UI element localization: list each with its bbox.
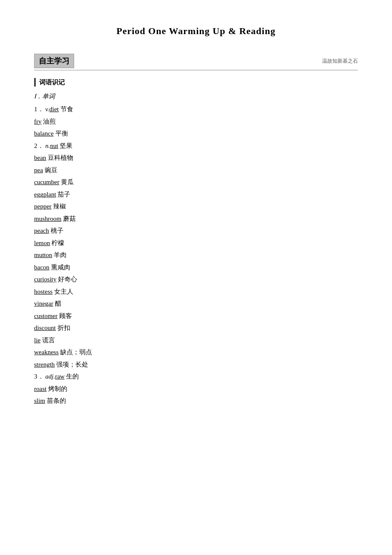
en-word: raw	[55, 373, 65, 380]
cn-meaning: 熏咸肉	[49, 264, 70, 271]
numbering: 3．	[34, 373, 44, 380]
en-word: roast	[34, 385, 46, 392]
list-item: mutton 羊肉	[34, 249, 358, 261]
list-item: discount 折扣	[34, 322, 358, 334]
cn-meaning: 生的	[65, 373, 79, 380]
cn-meaning: 顾客	[58, 312, 72, 319]
subsection-header: 词语识记	[34, 78, 358, 87]
list-item: weakness 缺点；弱点	[34, 346, 358, 358]
en-word: diet	[49, 106, 59, 113]
subsection-bar-icon	[34, 78, 36, 87]
section-title-box: 自主学习	[34, 54, 74, 68]
cn-meaning: 强项；长处	[55, 361, 88, 368]
list-item: fry 油煎	[34, 116, 358, 128]
en-word: balance	[34, 130, 54, 137]
en-word: slim	[34, 397, 45, 404]
list-item: 3． adj.raw 生的	[34, 370, 358, 383]
en-word: bacon	[34, 264, 49, 271]
en-word: eggplant	[34, 191, 56, 198]
pos: n.	[44, 142, 50, 149]
cn-meaning: 谎言	[40, 337, 55, 344]
vocab-group: Ⅰ．单词 1． v.diet 节食fry 油煎balance 平衡2． n.nu…	[34, 92, 358, 407]
en-word: mushroom	[34, 215, 61, 222]
list-item: 1． v.diet 节食	[34, 103, 358, 116]
list-item: balance 平衡	[34, 127, 358, 140]
page-title: Period One Warming Up & Reading	[34, 26, 358, 37]
en-word: weakness	[34, 349, 58, 356]
cn-meaning: 蘑菇	[61, 215, 76, 222]
cn-meaning: 羊肉	[52, 251, 67, 258]
cn-meaning: 黄瓜	[59, 179, 74, 185]
en-word: lie	[34, 337, 40, 344]
cn-meaning: 桃子	[49, 227, 63, 234]
vocab-list: 1． v.diet 节食fry 油煎balance 平衡2． n.nut 坚果b…	[34, 103, 358, 407]
en-word: lemon	[34, 240, 50, 246]
list-item: slim 苗条的	[34, 395, 358, 407]
list-item: peach 桃子	[34, 225, 358, 237]
list-item: vinegar 醋	[34, 298, 358, 310]
en-word: mutton	[34, 251, 52, 258]
list-item: mushroom 蘑菇	[34, 213, 358, 225]
list-item: pepper 辣椒	[34, 200, 358, 213]
en-word: customer	[34, 312, 58, 319]
en-word: vinegar	[34, 300, 53, 307]
cn-meaning: 辣椒	[52, 203, 66, 210]
list-item: hostess 女主人	[34, 286, 358, 298]
list-item: bean 豆科植物	[34, 152, 358, 164]
cn-meaning: 醋	[53, 300, 61, 307]
cn-meaning: 节食	[59, 106, 73, 113]
cn-meaning: 平衡	[54, 130, 68, 137]
section-title-label: 自主学习	[34, 54, 74, 68]
pos: adj.	[44, 373, 55, 380]
section-subtitle: 温故知新基之石	[322, 58, 358, 65]
cn-meaning: 坚果	[58, 142, 73, 149]
en-word: hostess	[34, 288, 52, 295]
en-word: strength	[34, 361, 55, 368]
cn-meaning: 油煎	[42, 118, 56, 125]
cn-meaning: 女主人	[52, 288, 73, 295]
list-item: bacon 熏咸肉	[34, 261, 358, 274]
cn-meaning: 豆科植物	[46, 154, 73, 161]
numbering: 1．	[34, 106, 44, 113]
cn-meaning: 苗条的	[45, 397, 66, 404]
en-word: cucumber	[34, 179, 59, 185]
cn-meaning: 缺点；弱点	[58, 349, 92, 356]
list-item: curiosity 好奇心	[34, 273, 358, 286]
cn-meaning: 折扣	[56, 324, 70, 331]
cn-meaning: 茄子	[56, 191, 71, 198]
cn-meaning: 烤制的	[46, 385, 67, 392]
list-item: lemon 柠檬	[34, 237, 358, 249]
en-word: peach	[34, 227, 49, 234]
cn-meaning: 豌豆	[43, 167, 58, 173]
en-word: pepper	[34, 203, 52, 210]
en-word: discount	[34, 324, 56, 331]
list-item: strength 强项；长处	[34, 358, 358, 371]
cn-meaning: 好奇心	[57, 276, 78, 283]
list-item: eggplant 茄子	[34, 188, 358, 201]
subsection-title: 词语识记	[39, 78, 65, 87]
en-word: nut	[50, 142, 58, 149]
en-word: bean	[34, 154, 46, 161]
en-word: curiosity	[34, 276, 57, 283]
list-item: pea 豌豆	[34, 164, 358, 176]
section-header: 自主学习 温故知新基之石	[34, 54, 358, 70]
list-item: roast 烤制的	[34, 383, 358, 395]
en-word: pea	[34, 167, 43, 173]
list-item: 2． n.nut 坚果	[34, 140, 358, 152]
vocab-group-heading: Ⅰ．单词	[34, 92, 358, 101]
list-item: customer 顾客	[34, 310, 358, 322]
cn-meaning: 柠檬	[50, 240, 65, 246]
list-item: cucumber 黄瓜	[34, 176, 358, 188]
numbering: 2．	[34, 142, 44, 149]
pos: v.	[44, 106, 49, 113]
en-word: fry	[34, 118, 42, 125]
list-item: lie 谎言	[34, 334, 358, 347]
